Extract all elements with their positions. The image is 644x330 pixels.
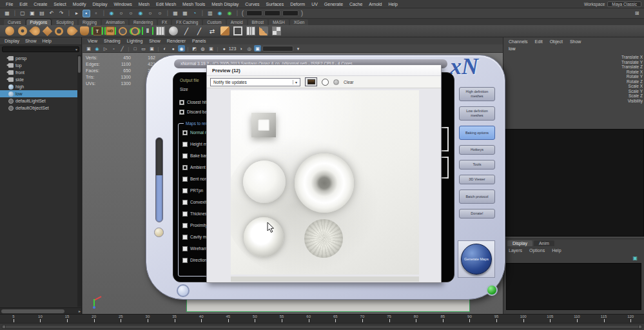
shelf-tab[interactable]: Rigging — [79, 19, 101, 25]
menu-item[interactable]: Help — [385, 2, 401, 6]
swap-arrows-icon[interactable]: ⇄ — [208, 26, 217, 35]
snap-center-icon[interactable]: ◉ — [137, 10, 144, 17]
coord-x-field[interactable] — [246, 10, 262, 16]
image-plane-icon[interactable]: ╱ — [119, 45, 126, 52]
range-end-handle[interactable] — [638, 325, 642, 329]
xn-high-def-meshes-button[interactable]: High definition meshes — [459, 87, 495, 101]
diamond-tool-icon[interactable] — [43, 26, 53, 36]
channel-box-menu-item[interactable]: Edit — [535, 39, 543, 44]
shelf-tab[interactable]: Arnold — [227, 19, 247, 25]
xn-baking-options-button[interactable]: Baking options — [459, 126, 495, 140]
pair-bars-icon[interactable]: ‖ — [143, 26, 152, 35]
checkbox[interactable] — [182, 188, 188, 193]
knife-tool-icon[interactable]: ╱ — [195, 26, 204, 35]
generate-maps-button[interactable]: Generate Maps — [461, 244, 492, 275]
menu-item[interactable]: Mesh Display — [208, 2, 242, 6]
menu-item[interactable]: Mesh Tools — [179, 2, 208, 6]
paren-close[interactable]: ) — [300, 10, 304, 17]
shaded-icon[interactable]: ▭ — [140, 45, 147, 52]
outliner-search-input[interactable]: ▾ — [2, 46, 79, 52]
select-camera-icon[interactable]: ▣ — [85, 45, 92, 52]
separator[interactable]: | — [216, 45, 219, 52]
torus-tool-icon[interactable] — [18, 26, 27, 35]
viewport-menu-item[interactable]: Lighting — [127, 39, 143, 43]
paren-open[interactable]: ( — [241, 10, 244, 17]
outliner-item[interactable]: defaultLightSet — [0, 97, 77, 104]
shelf-tab[interactable]: Polygons — [26, 19, 52, 25]
undo-icon[interactable]: ↶ — [48, 10, 55, 17]
channel-attribute[interactable]: Translate Y — [621, 60, 643, 65]
layer-editor-menu-item[interactable]: Help — [552, 248, 561, 253]
xn-3d-viewer-button[interactable]: 3D Viewer — [459, 175, 495, 184]
channel-attribute[interactable]: Translate X — [621, 55, 643, 60]
lock-camera-icon[interactable]: ◉ — [93, 45, 101, 52]
separator[interactable]: | — [200, 10, 204, 17]
channel-attribute[interactable]: Rotate Y — [627, 74, 643, 79]
shelf-tab[interactable]: Animation — [102, 19, 128, 25]
channel-attribute[interactable]: Rotate X — [627, 70, 643, 75]
shelf-tab[interactable]: FX Caching — [172, 19, 202, 25]
textured-icon[interactable]: ▣ — [148, 45, 155, 52]
history-icon[interactable]: ◔ — [191, 10, 199, 17]
workspace-selector[interactable]: Workspace Maya Classic — [584, 1, 641, 7]
highlight-icon[interactable]: ▣ — [254, 45, 261, 52]
arrow-right-icon[interactable]: ▸ — [79, 309, 81, 313]
snap-viewplane-icon[interactable]: ○ — [146, 10, 154, 17]
separator[interactable]: | — [186, 45, 190, 52]
outliner-hscrollbar[interactable]: ▸ — [0, 307, 81, 314]
shadows-icon[interactable]: ● — [170, 45, 177, 52]
save-scene-icon[interactable]: ▤ — [38, 10, 46, 17]
xn-tools-button[interactable]: Tools — [459, 160, 495, 170]
safe-action-icon[interactable]: ◎ — [246, 45, 253, 52]
menu-item[interactable]: Create — [30, 2, 50, 6]
outliner-menu-item[interactable]: Display — [5, 39, 19, 43]
menu-item[interactable]: Edit — [16, 2, 30, 6]
channel-attribute[interactable]: Scale Y — [629, 89, 643, 94]
separator[interactable]: | — [235, 10, 239, 17]
checkbox[interactable] — [182, 223, 188, 228]
menu-item[interactable]: Arnold — [366, 2, 385, 6]
checkbox[interactable] — [182, 235, 188, 240]
shelf-tab[interactable]: Sculpting — [52, 19, 77, 25]
lighting-icon[interactable]: ◐ — [161, 45, 168, 52]
layer-editor-tab[interactable]: Display — [507, 240, 532, 246]
preview-dialog-title[interactable]: Preview (12) — [207, 65, 441, 76]
checkbox[interactable] — [182, 165, 188, 170]
menu-item[interactable]: Edit Mesh — [153, 2, 179, 6]
panel-menu-icon[interactable]: ▾ — [295, 45, 302, 52]
xn-low-def-meshes-button[interactable]: Low definition meshes — [459, 106, 495, 121]
separator[interactable]: | — [157, 45, 160, 52]
bookmark-icon[interactable]: ▫ — [110, 45, 117, 52]
gray-sphere-icon[interactable] — [169, 26, 178, 35]
workspace-value[interactable]: Maya Classic — [607, 1, 641, 7]
checkbox[interactable] — [182, 211, 188, 217]
time-slider[interactable]: 5101520253035404550556065707580859095100… — [0, 314, 644, 323]
drop-tool-icon[interactable] — [29, 24, 42, 37]
separator[interactable]: | — [13, 10, 17, 17]
checkbox[interactable] — [182, 142, 188, 147]
menu-item[interactable]: Cache — [346, 2, 366, 6]
quad-view-icon[interactable] — [272, 26, 281, 35]
joints-icon[interactable]: ▣ — [208, 45, 215, 52]
menu-item[interactable]: Windows — [110, 2, 135, 6]
output-connections-icon[interactable]: ▦ — [181, 10, 189, 17]
layer-list[interactable] — [506, 263, 641, 310]
channel-attribute[interactable]: Scale X — [629, 84, 643, 89]
separator[interactable]: | — [67, 10, 71, 17]
make-live-icon[interactable]: ○ — [156, 10, 164, 17]
field-chart-icon[interactable]: ◑ — [237, 45, 244, 52]
checkbox[interactable] — [179, 110, 184, 115]
ipr-render-icon[interactable]: ◉ — [226, 10, 233, 17]
select-hierarchy-icon[interactable]: ▸ — [73, 10, 81, 17]
new-scene-icon[interactable]: ▢ — [19, 10, 26, 17]
channel-attribute[interactable]: Scale Z — [629, 93, 643, 99]
xray-icon[interactable]: ◍ — [199, 45, 206, 52]
separator[interactable]: | — [166, 10, 170, 17]
checkbox[interactable] — [182, 177, 188, 182]
snap-grid-icon[interactable]: ◉ — [108, 10, 115, 17]
outliner-menu-item[interactable]: Show — [25, 39, 37, 43]
menu-item[interactable]: Modify — [70, 2, 90, 6]
ao-icon[interactable]: ◉ — [178, 45, 185, 52]
channel-box-menu-item[interactable]: Channels — [509, 39, 528, 44]
coord-z-field[interactable] — [282, 10, 298, 16]
